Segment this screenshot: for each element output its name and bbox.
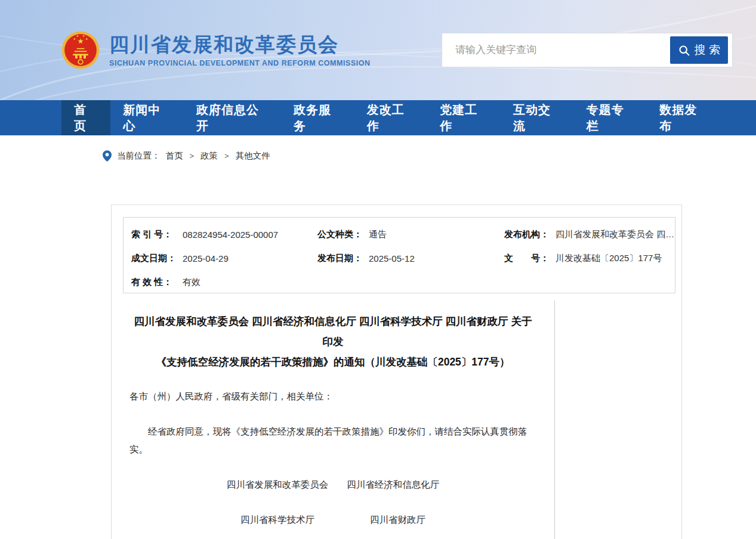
- document-card: 索 引 号： 082824954-2025-00007 公文种类： 通告 发布机…: [111, 205, 682, 539]
- article-area: 四川省发展和改革委员会 四川省经济和信息化厅 四川省科学技术厅 四川省财政厅 关…: [112, 301, 681, 539]
- site-subtitle: SICHUAN PROVINCIAL DEVELOPMENT AND REFOR…: [109, 59, 371, 67]
- search-input[interactable]: [442, 33, 670, 67]
- document-meta-table: 索 引 号： 082824954-2025-00007 公文种类： 通告 发布机…: [123, 217, 675, 293]
- nav-item-special-topics[interactable]: 专题专栏: [574, 100, 647, 135]
- nav-item-gov-info-disclosure[interactable]: 政府信息公开: [184, 100, 281, 135]
- article-body: 四川省发展和改革委员会 四川省经济和信息化厅 四川省科学技术厅 四川省财政厅 关…: [112, 301, 555, 539]
- article-signature-line2: 四川省科学技术厅 四川省财政厅: [129, 511, 536, 529]
- search-icon: [678, 44, 690, 57]
- location-pin-icon: [103, 150, 112, 162]
- nav-item-interaction[interactable]: 互动交流: [501, 100, 574, 135]
- meta-document-type: 公文种类： 通告: [317, 229, 504, 240]
- breadcrumb-link-home[interactable]: 首页: [166, 150, 183, 162]
- article-signature-line1: 四川省发展和改革委员会 四川省经济和信息化厅: [129, 476, 536, 494]
- meta-written-date: 成文日期： 2025-04-29: [131, 253, 317, 264]
- article-right-gutter: [555, 301, 681, 539]
- meta-issuing-agency: 发布机构： 四川省发展和改革委员会 四川省...: [504, 229, 675, 240]
- meta-publish-date: 发布日期： 2025-05-12: [317, 253, 504, 264]
- article-paragraph: 经省政府同意，现将《支持低空经济发展的若干政策措施》印发你们，请结合实际认真贯彻…: [129, 423, 536, 459]
- document-title: 四川省发展和改革委员会 四川省经济和信息化厅 四川省科学技术厅 四川省财政厅 关…: [129, 311, 536, 372]
- national-emblem-icon: [61, 31, 100, 69]
- document-title-line1: 四川省发展和改革委员会 四川省经济和信息化厅 四川省科学技术厅 四川省财政厅 关…: [129, 311, 536, 352]
- document-title-line2: 《支持低空经济发展的若干政策措施》的通知（川发改基础〔2025〕177号）: [129, 352, 536, 372]
- site-title: 四川省发展和改革委员会: [109, 33, 371, 57]
- search-box: 搜 索: [442, 33, 733, 67]
- site-logo-link[interactable]: 四川省发展和改革委员会 SICHUAN PROVINCIAL DEVELOPME…: [61, 31, 371, 69]
- nav-item-gov-services[interactable]: 政务服务: [281, 100, 354, 135]
- breadcrumb-separator: >: [190, 151, 195, 160]
- nav-item-home[interactable]: 首页: [61, 100, 110, 135]
- breadcrumb: 当前位置： 首页 > 政策 > 其他文件: [0, 135, 756, 167]
- article-salutation: 各市（州）人民政府，省级有关部门，相关单位：: [129, 388, 536, 405]
- nav-item-party-building[interactable]: 党建工作: [427, 100, 501, 135]
- meta-index-number: 索 引 号： 082824954-2025-00007: [131, 229, 317, 240]
- meta-row: 索 引 号： 082824954-2025-00007 公文种类： 通告 发布机…: [131, 222, 675, 246]
- site-header: 四川省发展和改革委员会 SICHUAN PROVINCIAL DEVELOPME…: [0, 0, 756, 100]
- breadcrumb-link-other-documents[interactable]: 其他文件: [236, 150, 270, 162]
- breadcrumb-prefix: 当前位置：: [117, 150, 161, 162]
- meta-row: 成文日期： 2025-04-29 发布日期： 2025-05-12 文 号： 川…: [131, 246, 675, 270]
- breadcrumb-separator: >: [224, 151, 229, 160]
- meta-validity: 有 效 性： 有效: [131, 277, 317, 288]
- nav-item-news-center[interactable]: 新闻中心: [110, 100, 184, 135]
- breadcrumb-link-policy[interactable]: 政策: [200, 150, 218, 162]
- main-navigation: 首页 新闻中心 政府信息公开 政务服务 发改工作 党建工作 互动交流 专题专栏 …: [0, 100, 756, 135]
- search-button-label: 搜 索: [695, 42, 720, 58]
- search-button[interactable]: 搜 索: [670, 36, 728, 64]
- nav-item-ndrc-work[interactable]: 发改工作: [354, 100, 428, 135]
- meta-row: 有 效 性： 有效: [131, 270, 675, 294]
- nav-item-data-release[interactable]: 数据发布: [647, 100, 720, 135]
- meta-document-number: 文 号： 川发改基础〔2025〕177号: [504, 253, 675, 264]
